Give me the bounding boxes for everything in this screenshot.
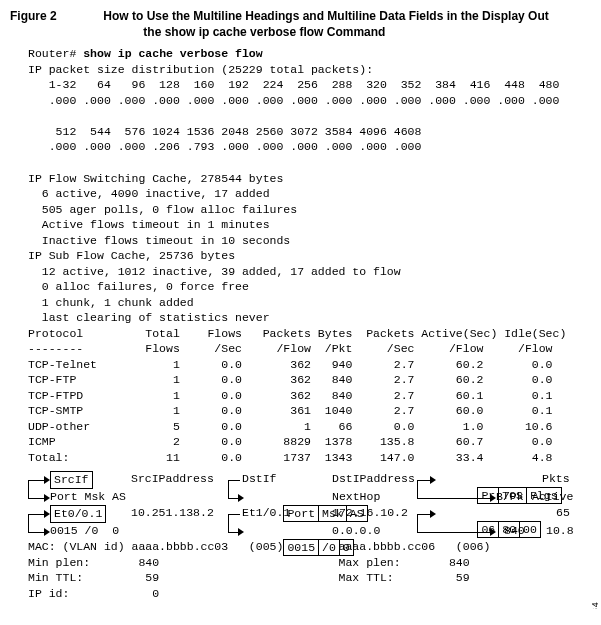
proto-row: ICMP 2 0.0 8829 1378 135.8 60.7 0.0 xyxy=(28,435,553,448)
dist-row: .000 .000 .000 .206 .793 .000 .000 .000 … xyxy=(28,140,421,153)
hdr-nexthop: NextHop xyxy=(332,489,380,505)
figure-title-line2: the show ip cache verbose flow Command xyxy=(103,24,573,40)
hdr-portmskas: Port Msk AS xyxy=(50,489,126,505)
dist-row: 512 544 576 1024 1536 2048 2560 3072 358… xyxy=(28,125,421,138)
row-srcport: 0015 xyxy=(50,524,78,537)
row-dstport-box: 0015 xyxy=(283,539,319,557)
cache-line: 12 active, 1012 inactive, 39 added, 17 a… xyxy=(28,265,401,278)
row-active: 10.8 xyxy=(546,523,574,539)
cache-line: IP Sub Flow Cache, 25736 bytes xyxy=(28,249,235,262)
hdr-pkts: Pkts xyxy=(542,471,570,487)
row-srcmsk: /0 xyxy=(85,524,99,537)
cache-line: IP Flow Switching Cache, 278544 bytes xyxy=(28,172,283,185)
proto-header: Protocol Total Flows Packets Bytes Packe… xyxy=(28,327,566,340)
dist-row: 1-32 64 96 128 160 192 224 256 288 320 3… xyxy=(28,78,559,91)
proto-row: Total: 11 0.0 1737 1343 147.0 33.4 4.8 xyxy=(28,451,553,464)
row-bpk: 840 xyxy=(504,523,525,539)
row-srcif-box: Et0/0.1 xyxy=(50,505,106,523)
hdr-dstip: DstIPaddress xyxy=(332,471,415,487)
cache-line: 505 ager polls, 0 flow alloc failures xyxy=(28,203,297,216)
trailer-line: Min TTL: 59 Max TTL: 59 xyxy=(28,571,470,584)
row-dstif: Et1/0.1 xyxy=(242,505,290,521)
figure-label: Figure 2 xyxy=(10,8,100,24)
hdr-srcip: SrcIPaddress xyxy=(131,471,214,487)
hdr-dstif: DstIf xyxy=(242,471,277,487)
figure-title-line1: How to Use the Multiline Headings and Mu… xyxy=(103,9,548,23)
cache-line: last clearing of statistics never xyxy=(28,311,270,324)
command-text: show ip cache verbose flow xyxy=(83,47,262,60)
proto-row: TCP-FTP 1 0.0 362 840 2.7 60.2 0.0 xyxy=(28,373,553,386)
router-output-block: Router# show ip cache verbose flow IP pa… xyxy=(10,46,591,465)
cache-line: Active flows timeout in 1 minutes xyxy=(28,218,270,231)
figure-title: How to Use the Multiline Headings and Mu… xyxy=(103,8,573,40)
cache-line: 6 active, 4090 inactive, 17 added xyxy=(28,187,270,200)
row-dstmsk-box: /0 xyxy=(319,539,340,557)
row-srcas: 0 xyxy=(112,524,119,537)
row-srcip: 10.251.138.2 xyxy=(131,505,214,521)
hdr-srcif-box: SrcIf xyxy=(50,471,93,489)
proto-row: TCP-FTPD 1 0.0 362 840 2.7 60.1 0.1 xyxy=(28,389,553,402)
proto-row: TCP-SMTP 1 0.0 361 1040 2.7 60.0 0.1 xyxy=(28,404,553,417)
router-prompt: Router# xyxy=(28,47,76,60)
proto-header: -------- Flows /Sec /Flow /Pkt /Sec /Flo… xyxy=(28,342,553,355)
figure-header: Figure 2 How to Use the Multiline Headin… xyxy=(10,8,591,40)
figure-ref-id: 127034 xyxy=(589,601,601,609)
dist-header: IP packet size distribution (25229 total… xyxy=(28,63,373,76)
row-dstip: 172.16.10.2 xyxy=(332,505,408,521)
cache-line: 0 alloc failures, 0 force free xyxy=(28,280,249,293)
proto-row: TCP-Telnet 1 0.0 362 940 2.7 60.2 0.0 xyxy=(28,358,553,371)
dist-row: .000 .000 .000 .000 .000 .000 .000 .000 … xyxy=(28,94,559,107)
flow-header-pair: SrcIf SrcIPaddress DstIf DstIPaddress Pr… xyxy=(28,471,591,507)
row-dstas-box: 0 xyxy=(340,539,354,557)
flow-data-pair: Et0/0.1 10.251.138.2 Et1/0.1 172.16.10.2… xyxy=(28,505,591,541)
row-nexthop: 0.0.0.0 xyxy=(332,523,380,539)
hdr-bpk: B/Pk xyxy=(496,489,524,505)
hdr-active: Active xyxy=(532,489,573,505)
trailer-line: IP id: 0 xyxy=(28,587,159,600)
proto-row: UDP-other 5 0.0 1 66 0.0 1.0 10.6 xyxy=(28,420,553,433)
cache-line: Inactive flows timeout in 10 seconds xyxy=(28,234,290,247)
row-pkts: 65 xyxy=(556,505,570,521)
cache-line: 1 chunk, 1 chunk added xyxy=(28,296,194,309)
